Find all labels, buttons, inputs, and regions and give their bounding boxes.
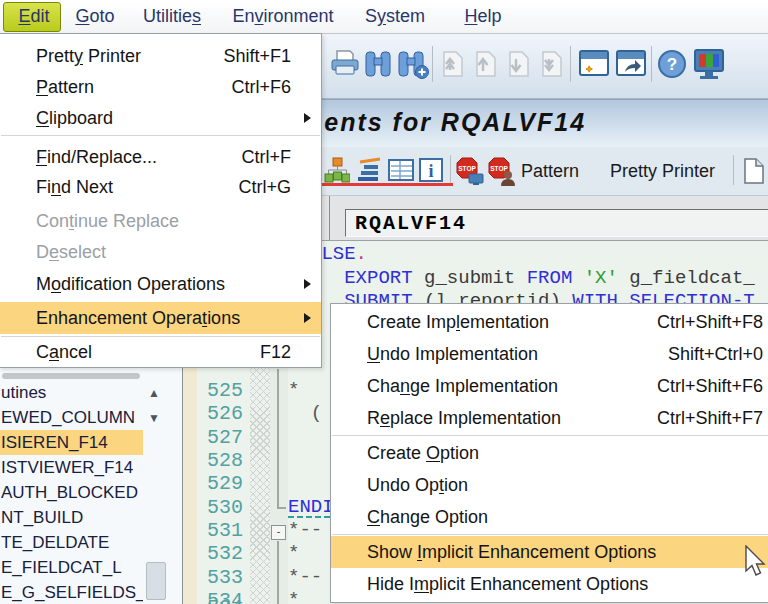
menu-item-pattern[interactable]: PatternCtrl+F6: [0, 72, 321, 102]
line-number: 528: [197, 449, 246, 472]
last-page-icon[interactable]: [537, 48, 565, 80]
list-item[interactable]: TE_DELDATE: [0, 530, 143, 555]
submenu-arrow-icon: [304, 313, 311, 323]
pretty-printer-button[interactable]: Pretty Printer: [610, 147, 715, 195]
help-icon[interactable]: ?: [656, 48, 688, 80]
line-number: 527: [197, 426, 246, 449]
code-line: EXPORT g_submit FROM 'X' g_fieldcat_: [310, 267, 755, 289]
sort-icon[interactable]: [356, 157, 384, 183]
horizontal-scrollbar[interactable]: [2, 373, 140, 379]
screen-title: ments for RQALVF14: [300, 108, 586, 137]
code-fragment: *: [288, 542, 299, 565]
new-page-icon[interactable]: [742, 157, 766, 185]
list-item[interactable]: E_G_SELFIELDS_: [0, 580, 143, 604]
program-name-field[interactable]: RQALVF14: [345, 209, 768, 237]
svg-text:?: ?: [667, 55, 677, 74]
menu-item-change-option[interactable]: Change Option: [331, 501, 768, 533]
menu-utilities[interactable]: Utilities: [142, 0, 202, 33]
menu-item-undo-option[interactable]: Undo Option: [331, 469, 768, 501]
list-item[interactable]: AUTH_BLOCKED: [0, 480, 143, 505]
customize-local-layout-icon[interactable]: [692, 48, 726, 82]
line-number: 530: [197, 496, 246, 519]
list-item-selected[interactable]: ISIEREN_F14: [0, 430, 143, 455]
list-item[interactable]: EWED_COLUMN: [0, 405, 143, 430]
code-fragment: (: [288, 402, 322, 425]
fold-bracket-line: [277, 541, 279, 604]
info-icon[interactable]: i: [418, 157, 444, 183]
line-number: 534: [197, 589, 246, 604]
toolbar-separator: [432, 46, 433, 82]
find-icon[interactable]: [364, 48, 392, 80]
menu-item-deselect[interactable]: Deselect: [0, 237, 321, 267]
menu-item-hide-implicit-enhancement-options[interactable]: Hide Implicit Enhancement Options: [331, 568, 768, 600]
svg-text:STOP: STOP: [490, 165, 508, 172]
menu-item-cancel[interactable]: CancelF12: [0, 337, 321, 367]
svg-text:STOP: STOP: [458, 165, 476, 172]
menu-item-modification-operations[interactable]: Modification Operations: [0, 269, 321, 299]
sap-gui-window: RQALVF14 524 525 526 527 528 529 530 531…: [0, 0, 768, 604]
panel-splitter[interactable]: [183, 367, 197, 604]
menu-item-show-implicit-enhancement-options[interactable]: Show Implicit Enhancement Options: [331, 536, 768, 568]
code-fragment: *: [288, 589, 299, 604]
menu-system[interactable]: System: [362, 0, 428, 33]
code-fragment: *--: [288, 519, 322, 542]
code-fragment: *: [288, 379, 299, 402]
list-item[interactable]: E_FIELDCAT_L: [0, 555, 143, 580]
menu-item-replace-implementation[interactable]: Replace ImplementationCtrl+Shift+F7: [331, 402, 768, 434]
line-number: 526: [197, 402, 246, 425]
enhancement-operations-submenu: Create ImplementationCtrl+Shift+F8 Undo …: [330, 303, 768, 603]
line-number: 525: [197, 379, 246, 402]
stop-transaction-icon[interactable]: STOP: [456, 157, 486, 187]
menu-environment[interactable]: Environment: [231, 0, 335, 33]
object-navigator-list[interactable]: utines EWED_COLUMN ISIEREN_F14 ISTVIEWER…: [0, 367, 183, 604]
menu-help[interactable]: Help: [462, 0, 504, 33]
menu-item-undo-implementation[interactable]: Undo ImplementationShift+Ctrl+0: [331, 338, 768, 370]
menu-item-find-replace[interactable]: Find/Replace...Ctrl+F: [0, 142, 321, 172]
pattern-button[interactable]: Pattern: [521, 147, 579, 195]
content-left-border: [329, 195, 330, 240]
svg-text:i: i: [428, 161, 433, 181]
scroll-down-icon[interactable]: ▼: [146, 410, 162, 426]
menu-goto[interactable]: Goto: [73, 0, 117, 33]
menu-item-enhancement-operations[interactable]: Enhancement Operations: [0, 302, 321, 334]
list-item[interactable]: ISTVIEWER_F14: [0, 455, 143, 480]
mouse-cursor: [742, 545, 768, 581]
toolbar-separator: [450, 155, 451, 185]
scroll-up-icon[interactable]: ▲: [146, 385, 162, 401]
first-page-icon[interactable]: [438, 48, 466, 80]
menubar: Edit Goto Utilities Environment System H…: [0, 0, 768, 34]
print-icon[interactable]: [330, 48, 360, 80]
list-item[interactable]: utines: [0, 380, 143, 405]
create-shortcut-icon[interactable]: [614, 48, 648, 80]
menu-item-pretty-printer[interactable]: Pretty PrinterShift+F1: [0, 41, 321, 71]
list-item[interactable]: NT_BUILD: [0, 505, 143, 530]
fold-bracket-line: [277, 369, 279, 509]
menu-item-continue-replace[interactable]: Continue Replace: [0, 206, 321, 236]
find-next-icon[interactable]: [397, 48, 429, 80]
menu-item-create-implementation[interactable]: Create ImplementationCtrl+Shift+F8: [331, 306, 768, 338]
table-view-icon[interactable]: [387, 157, 415, 183]
collapse-block-button[interactable]: -: [271, 525, 286, 540]
previous-page-icon[interactable]: [471, 48, 499, 80]
submenu-arrow-icon: [304, 113, 311, 123]
vertical-scrollbar-thumb[interactable]: [146, 562, 166, 600]
new-session-icon[interactable]: [577, 48, 611, 80]
fold-bracket-corner: [277, 507, 286, 509]
code-fragment: *--: [288, 566, 322, 589]
menu-item-find-next[interactable]: Find NextCtrl+G: [0, 172, 321, 202]
enhancement-marker: [288, 516, 330, 518]
menu-item-change-implementation[interactable]: Change ImplementationCtrl+Shift+F6: [331, 370, 768, 402]
submenu-arrow-icon: [304, 279, 311, 289]
menu-edit[interactable]: Edit: [10, 0, 58, 33]
line-number: 533: [197, 566, 246, 589]
menu-item-clipboard[interactable]: Clipboard: [0, 103, 321, 133]
next-page-icon[interactable]: [504, 48, 532, 80]
toolbar-separator: [651, 46, 652, 82]
menu-item-create-option[interactable]: Create Option: [331, 437, 768, 469]
hierarchy-icon[interactable]: [324, 157, 350, 183]
toolbar-separator: [733, 155, 734, 185]
menu-separator: [332, 435, 768, 436]
line-number: 532: [197, 542, 246, 565]
stop-user-icon[interactable]: STOP: [488, 157, 518, 187]
menu-separator: [1, 135, 320, 136]
